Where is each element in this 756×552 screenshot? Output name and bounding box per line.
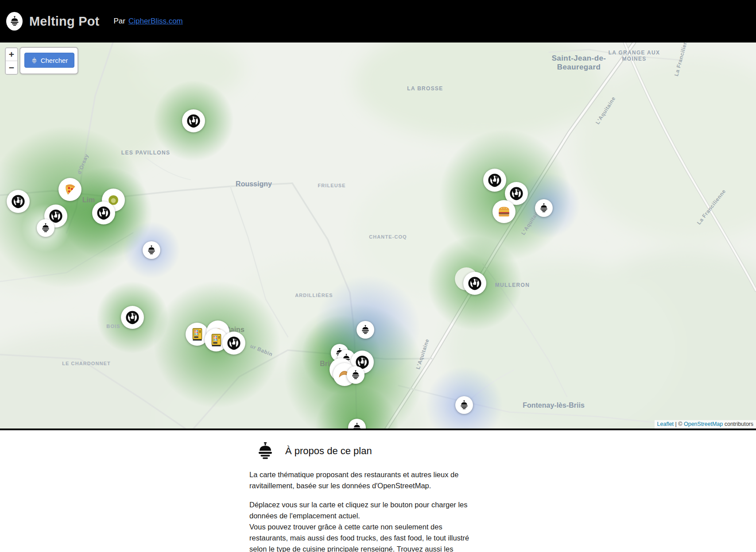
page-title: Melting Pot (29, 14, 99, 29)
cloche-icon (361, 325, 370, 335)
page: Melting Pot Par CipherBliss.com (0, 0, 756, 552)
marker-cloche[interactable] (143, 241, 160, 259)
cloche-icon (352, 423, 362, 430)
cloche-icon (9, 16, 20, 27)
marker-cloche[interactable] (37, 219, 54, 237)
restaurant-icon (124, 309, 140, 325)
marker-restaurant[interactable] (92, 201, 115, 224)
melting-pot-logo (6, 12, 23, 31)
zoom-control: + − (5, 47, 18, 75)
marker-restaurant[interactable] (463, 272, 486, 295)
map-attribution: Leaflet | © OpenStreetMap contributors (655, 420, 756, 428)
cloche-icon (147, 245, 156, 255)
map[interactable]: Saint-Jean-de- BeauregardLA GRANGE AUX M… (0, 42, 756, 430)
search-panel: Chercher (19, 47, 78, 74)
restaurant-icon (487, 172, 503, 188)
cipherbliss-link[interactable]: CipherBliss.com (128, 17, 183, 26)
byline: Par CipherBliss.com (113, 17, 182, 26)
marker-restaurant[interactable] (121, 306, 144, 329)
app-header: Melting Pot Par CipherBliss.com (0, 0, 756, 42)
marker-cloche[interactable] (535, 199, 553, 217)
osm-link[interactable]: OpenStreetMap (684, 421, 723, 427)
restaurant-icon (467, 275, 483, 291)
restaurant-icon (186, 113, 202, 129)
marker-cloche[interactable] (455, 396, 473, 414)
about-heading: À propos de ce plan (285, 445, 372, 457)
marker-restaurant[interactable] (222, 332, 245, 355)
cloche-icon (539, 203, 549, 213)
pizza-icon (63, 183, 77, 196)
burger-icon (497, 205, 511, 218)
about-paragraph-1: La carte thématique proposant des restau… (249, 469, 481, 491)
marker-restaurant[interactable] (483, 169, 506, 192)
restaurant-icon (10, 193, 26, 209)
attribution-copyright: © (678, 421, 684, 427)
search-button[interactable]: Chercher (24, 53, 74, 68)
restaurant-icon (96, 205, 112, 221)
marker-restaurant[interactable] (7, 190, 30, 213)
restaurant-icon (226, 335, 242, 351)
about-paragraph-2: Déplacez vous sur la carte et cliquez su… (249, 499, 481, 552)
zoom-in-button[interactable]: + (6, 48, 17, 61)
marker-pizza[interactable] (58, 178, 81, 201)
leaflet-link[interactable]: Leaflet (657, 421, 674, 427)
cloche-icon (256, 441, 275, 461)
vending-icon (211, 334, 222, 347)
cloche-icon (31, 57, 38, 64)
vending-icon (192, 328, 203, 341)
marker-cloche[interactable] (347, 366, 364, 384)
restaurant-icon (508, 185, 524, 201)
search-button-label: Chercher (41, 57, 68, 64)
attribution-contributors: contributors (723, 421, 753, 427)
marker-restaurant[interactable] (182, 109, 205, 132)
marker-cloche[interactable] (357, 321, 374, 339)
basemap-tiles (0, 42, 756, 430)
byline-prefix: Par (113, 17, 125, 26)
zoom-out-button[interactable]: − (6, 61, 17, 74)
cloche-icon (459, 400, 469, 410)
cloche-icon (351, 370, 361, 380)
marker-burger[interactable] (492, 200, 516, 223)
about-section: À propos de ce plan La carte thématique … (249, 441, 481, 552)
attribution-separator: | (674, 421, 678, 427)
cloche-icon (41, 223, 50, 233)
